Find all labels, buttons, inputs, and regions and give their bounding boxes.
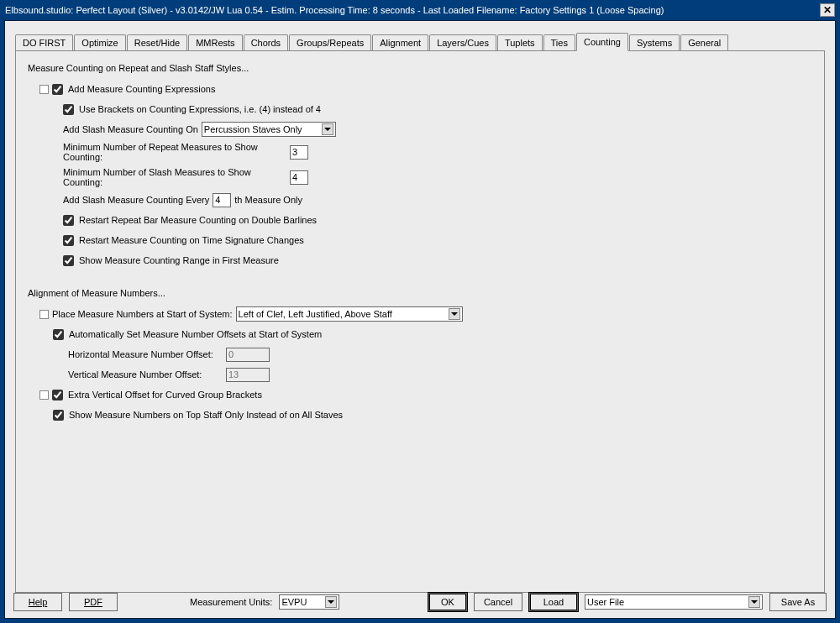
combo-units[interactable]: EVPU xyxy=(279,594,339,610)
combo-userfile[interactable]: User File xyxy=(585,594,763,610)
label-top-staff: Show Measure Numbers on Top Staff Only I… xyxy=(69,410,343,420)
checkbox-add-counting[interactable] xyxy=(52,84,63,95)
combo-place-value: Left of Clef, Left Justified, Above Staf… xyxy=(239,309,392,319)
chevron-down-icon xyxy=(449,308,460,320)
chevron-down-icon xyxy=(748,596,760,608)
marker-icon[interactable] xyxy=(39,85,49,94)
bottom-bar: Help PDF Measurement Units: EVPU OK Canc… xyxy=(13,593,827,611)
help-button[interactable]: Help xyxy=(13,593,62,611)
label-place: Place Measure Numbers at Start of System… xyxy=(52,309,233,319)
label-every-b: th Measure Only xyxy=(234,195,302,205)
tab-systems[interactable]: Systems xyxy=(629,34,680,50)
combo-place[interactable]: Left of Clef, Left Justified, Above Staf… xyxy=(236,306,463,322)
section-heading-counting: Measure Counting on Repeat and Slash Sta… xyxy=(28,63,816,73)
label-extra-vert: Extra Vertical Offset for Curved Group B… xyxy=(68,390,262,400)
pdf-button[interactable]: PDF xyxy=(69,593,118,611)
tab-chords[interactable]: Chords xyxy=(244,34,288,50)
checkbox-use-brackets[interactable] xyxy=(63,104,74,115)
tab-panel-counting: Measure Counting on Repeat and Slash Sta… xyxy=(15,50,825,593)
tab-counting[interactable]: Counting xyxy=(576,33,628,51)
input-every[interactable] xyxy=(213,193,231,207)
load-button[interactable]: Load xyxy=(529,593,578,611)
checkbox-auto-offset[interactable] xyxy=(53,329,64,340)
label-vert-offset: Vertical Measure Number Offset: xyxy=(68,369,226,380)
label-restart-time: Restart Measure Counting on Time Signatu… xyxy=(79,235,304,245)
combo-units-value: EVPU xyxy=(281,597,307,607)
ok-button[interactable]: OK xyxy=(428,593,467,611)
tab-optimize[interactable]: Optimize xyxy=(74,34,125,50)
tab-tuplets[interactable]: Tuplets xyxy=(497,34,543,50)
marker-icon[interactable] xyxy=(39,390,49,400)
client-area: DO FIRST Optimize Reset/Hide MMRests Cho… xyxy=(4,20,836,619)
label-auto-offset: Automatically Set Measure Number Offsets… xyxy=(69,329,322,339)
label-units: Measurement Units: xyxy=(190,597,272,607)
tab-general[interactable]: General xyxy=(680,34,728,50)
combo-slash-on-value: Percussion Staves Only xyxy=(204,124,302,134)
label-show-range: Show Measure Counting Range in First Mea… xyxy=(79,255,279,265)
checkbox-extra-vert[interactable] xyxy=(52,390,63,400)
combo-userfile-value: User File xyxy=(587,597,624,607)
checkbox-restart-double[interactable] xyxy=(63,215,74,226)
marker-icon[interactable] xyxy=(39,310,49,319)
tab-do-first[interactable]: DO FIRST xyxy=(15,34,73,50)
input-min-repeat[interactable] xyxy=(290,145,308,160)
tab-alignment[interactable]: Alignment xyxy=(372,34,428,50)
input-vert-offset xyxy=(226,368,270,382)
label-add-slash-on: Add Slash Measure Counting On xyxy=(63,124,198,134)
tab-strip: DO FIRST Optimize Reset/Hide MMRests Cho… xyxy=(5,21,835,50)
label-add-counting: Add Measure Counting Expressions xyxy=(68,84,215,94)
section-heading-alignment: Alignment of Measure Numbers... xyxy=(28,288,816,298)
label-min-repeat: Minimum Number of Repeat Measures to Sho… xyxy=(63,142,290,162)
label-horiz-offset: Horizontal Measure Number Offset: xyxy=(68,349,226,359)
chevron-down-icon xyxy=(325,596,337,608)
input-min-slash[interactable] xyxy=(290,170,308,185)
combo-slash-on[interactable]: Percussion Staves Only xyxy=(202,122,336,137)
input-horiz-offset xyxy=(226,348,270,362)
chevron-down-icon xyxy=(322,123,333,135)
cancel-button[interactable]: Cancel xyxy=(474,593,522,611)
label-every-a: Add Slash Measure Counting Every xyxy=(63,195,209,205)
save-as-button[interactable]: Save As xyxy=(769,593,827,611)
tab-groups-repeats[interactable]: Groups/Repeats xyxy=(289,34,371,50)
tab-mmrests[interactable]: MMRests xyxy=(188,34,242,50)
tab-ties[interactable]: Ties xyxy=(543,34,575,50)
checkbox-top-staff[interactable] xyxy=(53,410,64,421)
close-button[interactable]: ✕ xyxy=(820,3,835,17)
checkbox-restart-time[interactable] xyxy=(63,235,74,246)
label-restart-double: Restart Repeat Bar Measure Counting on D… xyxy=(79,215,317,225)
tab-reset-hide[interactable]: Reset/Hide xyxy=(127,34,187,50)
checkbox-show-range[interactable] xyxy=(63,255,74,266)
app-window: Elbsound.studio: Perfect Layout (Silver)… xyxy=(0,0,840,623)
label-min-slash: Minimum Number of Slash Measures to Show… xyxy=(63,167,290,187)
window-title: Elbsound.studio: Perfect Layout (Silver)… xyxy=(5,0,664,20)
titlebar: Elbsound.studio: Perfect Layout (Silver)… xyxy=(0,0,840,20)
tab-layers-cues[interactable]: Layers/Cues xyxy=(429,34,496,50)
label-use-brackets: Use Brackets on Counting Expressions, i.… xyxy=(79,104,321,114)
